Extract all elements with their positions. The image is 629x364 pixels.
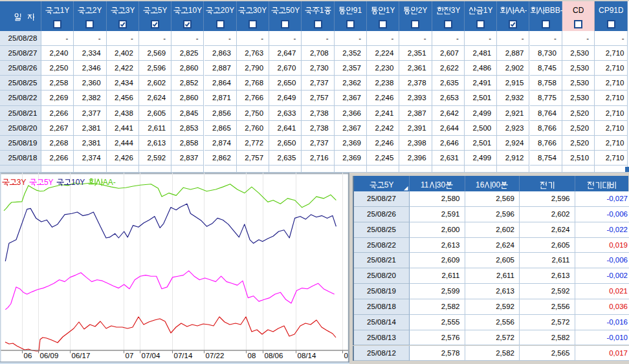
svg-text:3Y: 3Y	[451, 6, 460, 15]
svg-text:00: 00	[492, 181, 501, 189]
svg-text:1Y: 1Y	[386, 6, 395, 15]
svg-text:1Y: 1Y	[60, 6, 69, 15]
svg-text:91: 91	[353, 6, 362, 15]
svg-text:10Y: 10Y	[188, 6, 202, 15]
svg-text:AA-: AA-	[514, 6, 527, 15]
svg-text:10Y: 10Y	[71, 178, 85, 187]
svg-text:06/17: 06/17	[72, 352, 91, 359]
svg-text:2Y: 2Y	[93, 6, 102, 15]
svg-text:1: 1	[319, 6, 324, 15]
svg-text:08/14: 08/14	[298, 352, 316, 359]
svg-text:16: 16	[476, 181, 485, 189]
svg-text:07/14: 07/14	[174, 352, 193, 359]
svg-text:5Y: 5Y	[158, 6, 167, 15]
svg-text:5Y: 5Y	[384, 181, 393, 189]
svg-text:5Y: 5Y	[44, 178, 54, 187]
svg-text:30Y: 30Y	[253, 6, 267, 15]
svg-text:0: 0	[344, 352, 348, 359]
svg-text:06/09: 06/09	[40, 352, 59, 359]
svg-text:AA-: AA-	[103, 178, 116, 187]
svg-text:20Y: 20Y	[221, 6, 234, 15]
svg-text:06: 06	[24, 352, 32, 359]
svg-text:CP91D: CP91D	[599, 6, 623, 15]
svg-text:1Y: 1Y	[483, 6, 492, 15]
svg-text:BBB-: BBB-	[544, 6, 562, 15]
svg-text:2Y: 2Y	[418, 6, 427, 15]
svg-text:30: 30	[437, 181, 446, 189]
svg-text:07/04: 07/04	[142, 352, 160, 359]
svg-text:11: 11	[421, 181, 429, 189]
svg-text:07/22: 07/22	[206, 352, 225, 359]
svg-text:08/06: 08/06	[265, 352, 283, 359]
svg-text:CD: CD	[573, 6, 584, 15]
svg-text:3Y: 3Y	[17, 178, 27, 187]
svg-text:08: 08	[248, 352, 256, 359]
svg-text:3Y: 3Y	[126, 6, 135, 15]
svg-text:07: 07	[126, 352, 134, 359]
svg-text:50Y: 50Y	[286, 6, 300, 15]
